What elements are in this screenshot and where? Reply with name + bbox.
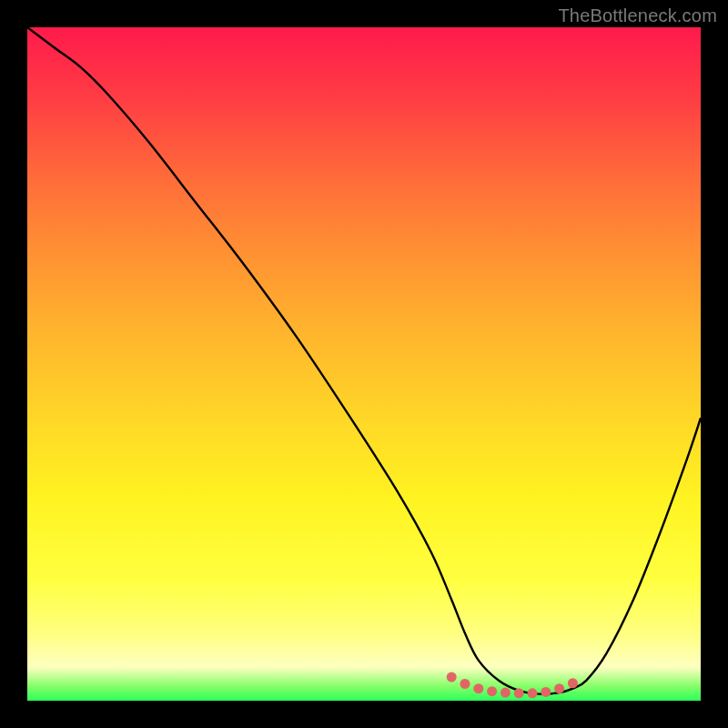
- highlight-dot: [447, 672, 457, 682]
- bottleneck-curve-line: [27, 27, 701, 694]
- highlight-dot: [541, 687, 551, 697]
- highlight-dot: [528, 688, 538, 698]
- highlight-dots-group: [447, 672, 578, 699]
- chart-plot-area: [27, 27, 701, 701]
- highlight-dot: [460, 679, 470, 689]
- highlight-dot: [568, 678, 578, 688]
- highlight-dot: [487, 686, 497, 696]
- highlight-dot: [473, 683, 483, 693]
- highlight-dot: [500, 688, 511, 698]
- watermark-text: TheBottleneck.com: [558, 5, 717, 26]
- chart-svg: [27, 27, 701, 701]
- highlight-dot: [554, 683, 564, 693]
- highlight-dot: [514, 688, 524, 698]
